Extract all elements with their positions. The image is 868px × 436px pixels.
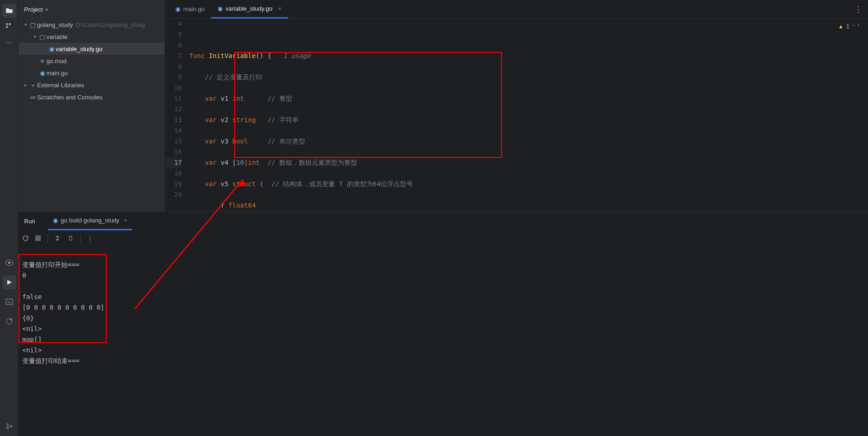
library-icon: ⫟ — [29, 82, 37, 89]
scroll-to-end-button[interactable] — [54, 235, 61, 243]
clear-button[interactable] — [67, 235, 74, 243]
tree-node-label: External Libraries — [37, 82, 84, 89]
folder-icon: ▢ — [38, 33, 46, 40]
project-tool-button[interactable] — [2, 4, 16, 18]
tree-file-label: variable_study.go — [56, 46, 103, 52]
chevron-right-icon: ▸ — [22, 83, 29, 87]
terminal-icon — [6, 298, 13, 306]
problems-tool-button[interactable] — [2, 314, 16, 328]
more-tool-button[interactable]: ⋯ — [2, 35, 16, 49]
svg-rect-1 — [9, 23, 11, 25]
svg-marker-5 — [8, 261, 11, 264]
play-icon — [6, 279, 13, 286]
tree-external-libraries[interactable]: ▸ ⫟ External Libraries — [19, 79, 165, 91]
tab-label: main.go — [183, 6, 205, 13]
rerun-icon — [22, 235, 29, 241]
tree-scratches[interactable]: ≔ Scratches and Consoles — [19, 91, 165, 103]
tree-folder-label: variable — [46, 33, 68, 40]
project-panel-title: Project — [24, 6, 43, 13]
go-file-icon: ◉ — [38, 70, 46, 77]
console-output[interactable]: 变量值打印开始=== 0 false [0 0 0 0 0 0 0 0 0 0]… — [19, 247, 868, 436]
rerun-button[interactable] — [22, 235, 29, 243]
trash-icon — [67, 235, 74, 241]
run-panel-title: Run — [24, 218, 35, 225]
more-icon: ⋯ — [6, 39, 13, 46]
structure-tool-button[interactable] — [2, 20, 16, 33]
go-run-icon: ◉ — [53, 217, 58, 224]
go-file-icon: ◉ — [175, 6, 180, 13]
run-config-tab[interactable]: ◉ go build golang_study × — [48, 212, 132, 230]
svg-rect-2 — [6, 26, 8, 28]
svg-rect-3 — [35, 235, 41, 241]
tree-node-label: Scratches and Consoles — [37, 94, 103, 101]
structure-icon — [6, 23, 13, 30]
go-file-icon: ◉ — [218, 5, 223, 12]
svg-rect-0 — [6, 23, 8, 25]
chevron-down-icon: ▾ — [45, 7, 48, 12]
git-icon — [6, 423, 13, 430]
go-file-icon: ◉ — [47, 46, 56, 52]
tree-root-row[interactable]: ▾ ▢ golang_study D:\Code\Go\golang_study — [19, 19, 165, 31]
terminal-tool-button[interactable] — [2, 295, 16, 309]
close-icon[interactable]: × — [278, 5, 282, 12]
more-run-actions[interactable]: ⋮ — [87, 235, 93, 242]
chevron-down-icon: ▾ — [32, 34, 38, 39]
stop-button[interactable] — [35, 235, 41, 242]
folder-icon — [6, 7, 13, 14]
tree-root-label: golang_study — [37, 21, 73, 28]
go-mod-icon: ≡ — [38, 58, 46, 65]
svg-point-12 — [10, 425, 12, 427]
tree-root-path: D:\Code\Go\golang_study — [76, 21, 145, 28]
svg-point-11 — [6, 427, 8, 429]
svg-rect-7 — [6, 299, 13, 305]
project-panel-header[interactable]: Project ▾ — [19, 0, 165, 19]
tab-overflow-button[interactable]: ⋮ — [854, 4, 862, 14]
svg-point-10 — [6, 423, 8, 425]
tree-file-gomod[interactable]: ≡ go.mod — [19, 55, 165, 67]
vcs-tool-button[interactable] — [2, 419, 16, 433]
problems-icon — [6, 318, 13, 325]
stop-icon — [35, 235, 41, 241]
close-icon[interactable]: × — [124, 217, 128, 224]
services-icon — [6, 259, 13, 267]
tab-variable-study-go[interactable]: ◉ variable_study.go × — [211, 0, 288, 19]
services-tool-button[interactable] — [2, 256, 16, 270]
run-tool-button[interactable] — [2, 275, 16, 289]
chevron-down-icon: ▾ — [22, 22, 29, 27]
up-down-icon — [54, 235, 61, 241]
folder-icon: ▢ — [29, 21, 37, 28]
run-tab-label: go build golang_study — [61, 217, 120, 224]
svg-marker-6 — [7, 280, 12, 285]
tree-file-variable-study[interactable]: ◉ variable_study.go — [19, 43, 165, 55]
scratches-icon: ≔ — [29, 94, 37, 101]
tree-file-maingo[interactable]: ◉ main.go — [19, 67, 165, 79]
tree-file-label: main.go — [46, 70, 68, 77]
tab-main-go[interactable]: ◉ main.go — [169, 0, 211, 19]
tree-file-label: go.mod — [46, 58, 66, 65]
tree-folder-variable[interactable]: ▾ ▢ variable — [19, 31, 165, 43]
tab-label: variable_study.go — [225, 5, 272, 12]
svg-point-9 — [10, 319, 12, 320]
